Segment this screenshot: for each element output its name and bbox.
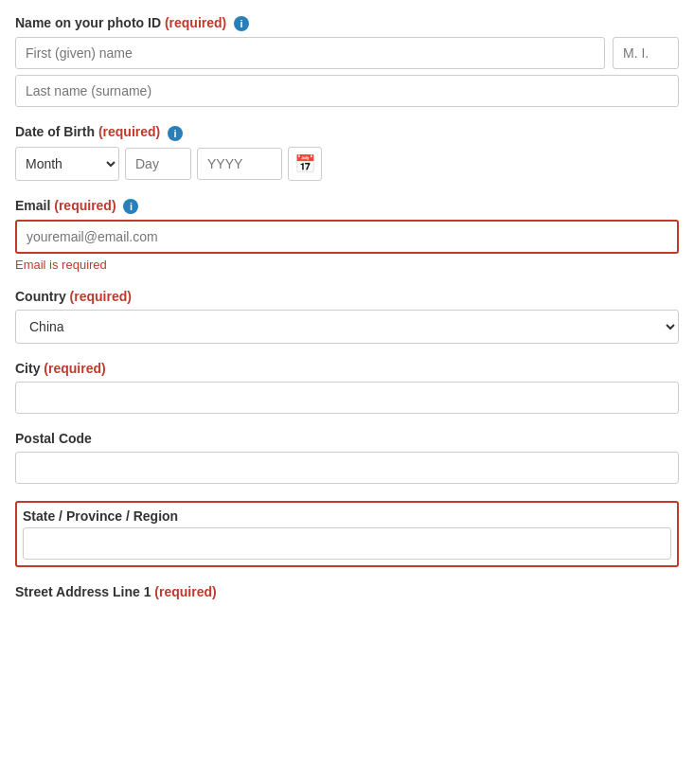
postal-section: Postal Code — [15, 431, 679, 484]
email-input[interactable] — [15, 220, 679, 254]
country-section: Country (required) China United States C… — [15, 289, 679, 344]
email-error-message: Email is required — [15, 258, 679, 272]
last-name-input[interactable] — [15, 75, 679, 107]
name-label: Name on your photo ID (required) i — [15, 15, 679, 31]
state-box: State / Province / Region — [15, 501, 679, 567]
dob-section: Date of Birth (required) i Month January… — [15, 124, 679, 180]
dob-info-icon[interactable]: i — [168, 126, 183, 141]
name-info-icon[interactable]: i — [234, 16, 249, 31]
email-label: Email (required) i — [15, 198, 679, 214]
email-info-icon[interactable]: i — [123, 199, 138, 214]
country-select[interactable]: China United States Canada United Kingdo… — [15, 310, 679, 344]
dob-label: Date of Birth (required) i — [15, 124, 679, 140]
street-label: Street Address Line 1 (required) — [15, 584, 679, 599]
state-input[interactable] — [23, 527, 671, 560]
month-select[interactable]: Month January February March April May J… — [15, 147, 119, 181]
year-input[interactable] — [197, 148, 282, 180]
calendar-icon: 📅 — [294, 153, 315, 174]
country-label: Country (required) — [15, 289, 679, 304]
first-name-input[interactable] — [15, 37, 605, 69]
state-label: State / Province / Region — [23, 508, 671, 524]
calendar-button[interactable]: 📅 — [288, 147, 322, 181]
day-input[interactable] — [125, 148, 191, 180]
postal-label: Postal Code — [15, 431, 679, 446]
city-input[interactable] — [15, 382, 679, 414]
dob-row: Month January February March April May J… — [15, 147, 679, 181]
email-section: Email (required) i Email is required — [15, 198, 679, 272]
middle-initial-input[interactable] — [613, 37, 679, 69]
street-section: Street Address Line 1 (required) — [15, 584, 679, 599]
first-name-row — [15, 37, 679, 69]
state-section: State / Province / Region — [15, 501, 679, 567]
postal-input[interactable] — [15, 452, 679, 484]
name-section: Name on your photo ID (required) i — [15, 15, 679, 107]
city-section: City (required) — [15, 361, 679, 414]
city-label: City (required) — [15, 361, 679, 376]
